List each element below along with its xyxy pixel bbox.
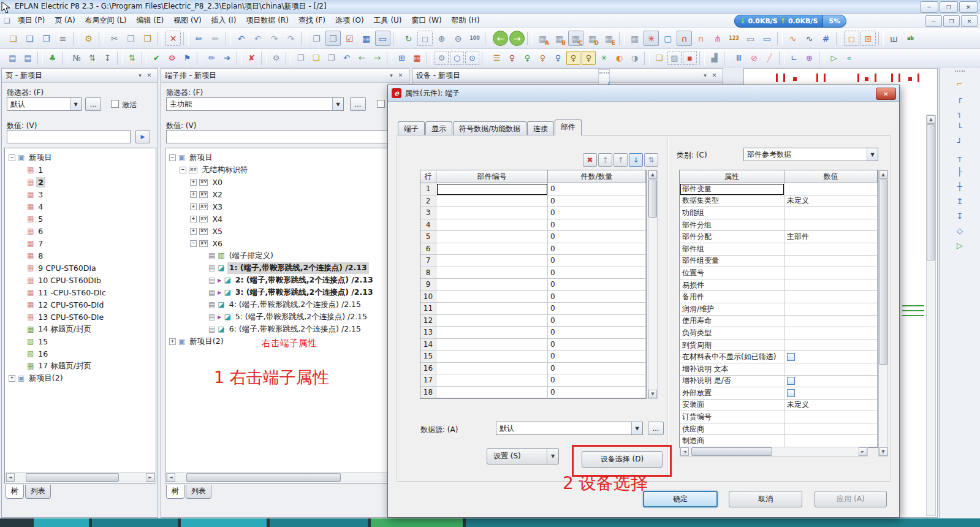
undo-icon[interactable]: ↶ [250, 31, 265, 46]
tree-item[interactable]: ▦1 [5, 164, 156, 176]
grid-c-icon[interactable]: ▦C [568, 31, 583, 46]
pages-tree-hscrollbar[interactable]: ◄ ► [6, 472, 155, 482]
part-number-cell[interactable] [436, 207, 548, 219]
tree-item[interactable]: −▣新项目 [5, 151, 156, 164]
macro-corner-icon[interactable]: ⌐ [953, 77, 967, 90]
menu-item[interactable]: 项目数据 (R) [241, 13, 294, 28]
angle-tool-icon[interactable]: ∟ [787, 51, 801, 65]
part-number-cell[interactable] [436, 183, 548, 195]
expand-icon[interactable]: + [190, 179, 197, 186]
row-number-cell[interactable]: 16 [420, 363, 436, 375]
part-number-cell[interactable] [436, 279, 548, 291]
quantity-cell[interactable]: 0 [548, 255, 646, 267]
menu-item[interactable]: 编辑 (E) [131, 13, 169, 28]
part-number-cell[interactable] [436, 315, 548, 327]
value-checkbox[interactable] [787, 353, 795, 361]
interruption-icon[interactable]: ▷ [953, 238, 967, 252]
property-name-cell[interactable]: 制造商 [680, 435, 784, 447]
tree-item[interactable]: ▦3 [5, 188, 156, 200]
chevron-down-icon[interactable]: ▼ [867, 148, 878, 161]
row-number-cell[interactable]: 13 [420, 327, 436, 339]
row-number-cell[interactable]: 9 [420, 279, 436, 291]
quantity-cell[interactable]: 0 [548, 387, 646, 399]
scroll-up-icon[interactable]: ▲ [879, 170, 887, 179]
redo-list-icon[interactable]: ↷ [283, 31, 298, 46]
zoom-area-icon[interactable]: ◻ [417, 31, 433, 46]
tree-item[interactable]: ▤▸◪2: (端子,带鞍形跳线,2个连接点) /2.13 [165, 274, 406, 286]
part-number-cell[interactable] [436, 363, 548, 375]
child-minimize-button[interactable]: ─ [925, 15, 942, 27]
delete-device-icon[interactable]: ✘ [245, 51, 259, 65]
copy-icon[interactable]: ❐ [123, 31, 139, 46]
branch-node-icon[interactable]: ├ [953, 165, 967, 178]
format-brush-icon[interactable]: ✏ [191, 31, 207, 46]
part-number-cell[interactable] [436, 267, 548, 279]
scroll-down-icon[interactable]: ▼ [648, 390, 657, 398]
grid-e-icon[interactable]: ▦E [601, 31, 617, 46]
property-name-cell[interactable]: 部件分组 [680, 219, 784, 232]
plug-gauge-icon[interactable]: ◐ [612, 51, 626, 65]
cross-node-icon[interactable]: ┼ [953, 180, 967, 193]
property-name-cell[interactable]: 位置号 [680, 267, 784, 279]
signal-tracking-icon[interactable]: ∿ [785, 31, 800, 46]
property-name-cell[interactable]: 润滑/维护 [680, 303, 784, 316]
select-nodes-icon[interactable]: ⊞ [860, 31, 876, 46]
part-number-cell[interactable] [436, 339, 548, 351]
property-name-cell[interactable]: 负荷类型 [680, 327, 784, 339]
menu-item[interactable]: 项目 (P) [13, 13, 50, 28]
prev-green-icon[interactable]: ← [355, 51, 369, 65]
property-name-cell[interactable]: 部件分配 [680, 231, 784, 243]
repair-icon[interactable]: ⚙ [269, 51, 283, 65]
row-number-cell[interactable]: 15 [420, 351, 436, 363]
part-number-cell[interactable] [436, 291, 548, 303]
cable-drum-icon[interactable]: ▟ [707, 51, 721, 65]
part-number-cell[interactable] [436, 255, 548, 267]
row-number-cell[interactable]: 3 [420, 207, 436, 219]
menu-item[interactable]: 查找 (F) [294, 13, 330, 28]
edit-device-icon[interactable]: ✏ [205, 51, 219, 65]
jump-down-icon[interactable]: ↧ [953, 209, 967, 222]
panel-tab-列表[interactable]: 列表 [25, 485, 51, 499]
plugin-icon[interactable]: ♣ [45, 51, 59, 65]
value-input[interactable] [7, 130, 131, 143]
child-restore-button[interactable]: ❐ [943, 15, 960, 27]
junction-tool-icon[interactable]: ⊕ [802, 51, 816, 65]
part-number-cell[interactable] [436, 327, 548, 339]
hatch-box-icon[interactable]: ▨ [667, 51, 682, 65]
property-name-cell[interactable]: 部件组 [680, 243, 784, 256]
edit-terminal-box-icon[interactable]: ▭ [743, 31, 758, 46]
filter-more-button[interactable]: ... [85, 97, 101, 111]
signal-all-icon[interactable]: ∿ [802, 31, 817, 46]
copy-format-icon[interactable]: ❐ [294, 51, 308, 65]
property-name-cell[interactable]: 备用件 [680, 291, 784, 303]
property-value-cell[interactable] [784, 351, 878, 363]
quantity-cell[interactable]: 0 [548, 351, 646, 363]
menu-item[interactable]: 插入 (I) [207, 13, 241, 28]
property-value-cell[interactable] [784, 423, 878, 436]
tree-item[interactable]: ▤▥(端子排定义) [165, 249, 406, 262]
message-check-icon[interactable]: ☑ [342, 31, 357, 46]
schematic-vscrollbar[interactable]: ▲ [926, 115, 936, 516]
sync-icon[interactable]: ⇅ [125, 51, 139, 65]
tree-item[interactable]: −▣新项目 [165, 151, 406, 164]
quantity-cell[interactable]: 0 [548, 279, 646, 291]
quantity-cell[interactable]: 0 [548, 243, 646, 256]
expand-icon[interactable]: + [190, 228, 197, 235]
toolbar-grip[interactable] [955, 70, 965, 74]
quantity-cell[interactable]: 0 [548, 183, 646, 195]
scroll-down-icon[interactable]: ▼ [879, 447, 887, 456]
move-down-button[interactable]: ↓ [629, 153, 643, 167]
undo-list-icon[interactable]: ↶ [234, 31, 249, 46]
magnet-move-icon[interactable]: ∩ [693, 31, 708, 46]
next-green-icon[interactable]: → [370, 51, 384, 65]
property-name-cell[interactable]: 功能组 [680, 207, 784, 219]
parts-table-vscrollbar[interactable]: ▲ ▼ [648, 170, 658, 399]
scroll-left-icon[interactable]: ◄ [6, 473, 15, 482]
tree-item[interactable]: +▣新项目(2) [5, 372, 156, 384]
grid-a-icon[interactable]: ▦A [535, 31, 550, 46]
terminal-define-icon[interactable]: ♀ [566, 51, 580, 65]
property-name-cell[interactable]: 订货编号 [680, 411, 784, 423]
snap-grid-icon[interactable]: ✳ [644, 31, 659, 46]
dialog-tab-符号数据/功能数据[interactable]: 符号数据/功能数据 [453, 121, 526, 135]
activate-checkbox[interactable] [377, 100, 385, 108]
